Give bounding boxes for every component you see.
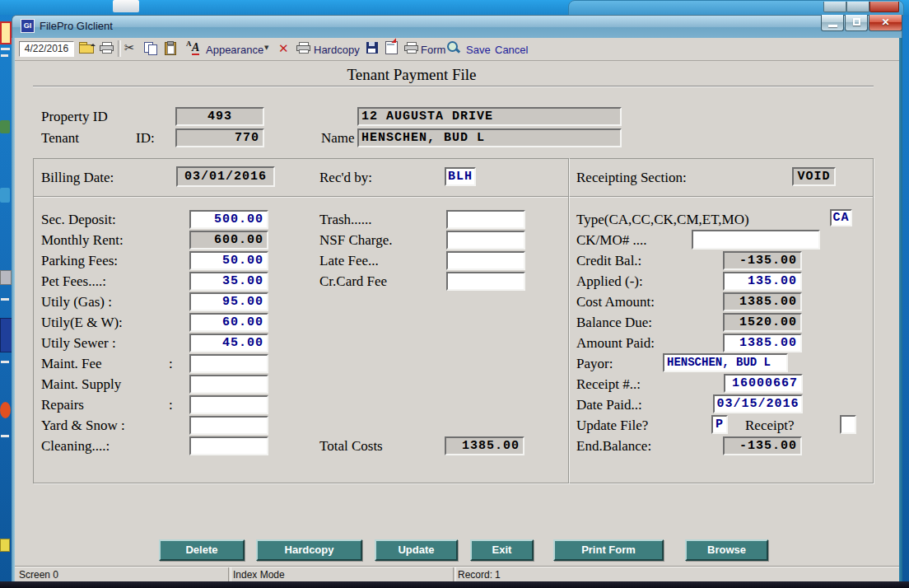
form-button[interactable]: Form — [421, 42, 445, 58]
hardcopy-button-bottom[interactable]: Hardcopy — [256, 539, 362, 561]
desktop-icon-blob — [0, 120, 10, 133]
update-button[interactable]: Update — [375, 539, 458, 561]
appearance-menu[interactable]: Appearance — [206, 42, 263, 58]
parking-fees-field[interactable]: 50.00 — [189, 251, 268, 270]
receipt-question-label: Receipt? — [745, 416, 794, 435]
desktop-icon-blob — [0, 270, 12, 285]
amount-paid-label: Amount Paid: — [576, 334, 655, 352]
desktop-icon-blob — [0, 318, 12, 352]
payment-type-label: Type(CA,CC,CK,CM,ET,MO) — [576, 210, 749, 229]
window-titlebar[interactable] — [12, 15, 902, 39]
utility-sewer-label: Utily Sewer : — [41, 334, 116, 352]
background-minimize-button — [823, 2, 846, 12]
pet-fees-field[interactable]: 35.00 — [189, 272, 268, 291]
open-folder-icon[interactable] — [79, 41, 95, 54]
maximize-icon — [853, 18, 860, 26]
cr-card-fee-field[interactable] — [446, 272, 525, 291]
sec-deposit-field[interactable]: 500.00 — [189, 210, 268, 229]
browse-button[interactable]: Browse — [685, 539, 768, 561]
tenant-name-field[interactable]: HENSCHEN, BUD L — [357, 128, 622, 147]
maint-fee-field[interactable] — [189, 354, 268, 373]
hardcopy-print-icon[interactable] — [296, 42, 310, 54]
print-icon[interactable] — [100, 42, 114, 54]
app-icon[interactable]: GI — [21, 19, 35, 33]
recd-by-field[interactable]: BLH — [445, 167, 476, 186]
property-address-field[interactable]: 12 AUGUSTA DRIVE — [357, 107, 622, 126]
maint-supply-label: Maint. Supply — [41, 375, 121, 394]
status-record-value: 1 — [495, 568, 501, 582]
late-fee-field[interactable] — [446, 251, 525, 270]
repairs-colon: : — [169, 395, 173, 414]
date-paid-field[interactable]: 03/15/2016 — [713, 394, 803, 413]
update-file-label: Update File? — [576, 416, 648, 435]
monthly-rent-field[interactable]: 600.00 — [189, 231, 268, 250]
trash-field[interactable] — [446, 210, 525, 229]
cleaning-field[interactable] — [189, 436, 268, 455]
yard-snow-field[interactable] — [189, 416, 268, 435]
form-print-icon[interactable] — [404, 42, 418, 54]
repairs-field[interactable] — [189, 395, 268, 414]
maximize-button[interactable] — [845, 15, 868, 31]
receipt-number-label: Receipt #..: — [576, 375, 641, 394]
close-button[interactable]: ✕ — [869, 15, 902, 31]
billing-date-label: Billing Date: — [41, 168, 114, 187]
maint-supply-field[interactable] — [189, 375, 268, 394]
font-appearance-icon[interactable]: A — [186, 40, 192, 48]
magnifier-icon[interactable] — [447, 41, 460, 54]
screen: GI FilePro GIclient ✕ 4/22/2016 ✂ A A Ap… — [0, 0, 909, 588]
title-divider — [33, 86, 874, 86]
save-icon[interactable] — [366, 42, 378, 54]
window-title: FilePro GIclient — [40, 20, 113, 32]
tenant-id-label: ID: — [136, 128, 155, 147]
utility-ew-field[interactable]: 60.00 — [189, 313, 268, 332]
update-file-field[interactable]: P — [711, 415, 728, 434]
desktop-icon-blob — [0, 21, 12, 44]
delete-record-icon[interactable]: ✕ — [278, 41, 289, 56]
cancel-button[interactable]: Cancel — [495, 42, 528, 58]
toolbar-separator — [118, 40, 121, 57]
property-id-field[interactable]: 493 — [175, 107, 264, 126]
exit-button[interactable]: Exit — [470, 539, 534, 561]
print-form-button[interactable]: Print Form — [553, 539, 664, 561]
utility-sewer-field[interactable]: 45.00 — [189, 334, 268, 352]
billing-date-field[interactable]: 03/01/2016 — [176, 166, 275, 187]
cleaning-label: Cleaning....: — [41, 436, 110, 455]
minimize-button[interactable] — [821, 15, 844, 31]
repairs-label: Repairs — [41, 395, 84, 414]
receipt-number-field[interactable]: 16000667 — [724, 374, 803, 393]
cut-icon[interactable]: ✂ — [124, 40, 135, 55]
receipting-section-label: Receipting Section: — [576, 168, 687, 187]
save-button[interactable]: Save — [466, 42, 491, 58]
desktop-icon-label — [1, 361, 9, 363]
status-separator — [453, 567, 456, 581]
total-costs-field: 1385.00 — [445, 436, 524, 455]
amount-paid-field[interactable]: 1385.00 — [723, 334, 802, 352]
cost-amount-field: 1385.00 — [723, 292, 802, 311]
total-costs-label: Total Costs — [319, 436, 383, 455]
hardcopy-button[interactable]: Hardcopy — [314, 42, 360, 58]
delete-button[interactable]: Delete — [159, 539, 245, 561]
copy-icon[interactable] — [144, 42, 157, 54]
name-label: Name — [321, 128, 355, 147]
applied-field[interactable]: 135.00 — [723, 272, 802, 291]
trash-label: Trash...... — [319, 210, 372, 229]
receipt-question-field[interactable] — [840, 415, 856, 434]
receipting-section-field[interactable]: VOID — [792, 167, 836, 186]
background-close-button — [869, 2, 899, 12]
payment-type-field[interactable]: CA — [830, 209, 852, 226]
payor-field[interactable]: HENSCHEN, BUD L — [663, 353, 788, 372]
minimize-icon — [828, 25, 837, 27]
new-form-icon[interactable] — [385, 41, 398, 54]
tenant-id-field[interactable]: 770 — [175, 128, 264, 147]
font-appearance-icon[interactable]: A — [192, 42, 199, 55]
ck-mo-label: CK/MO# .... — [576, 231, 646, 250]
nsf-charge-label: NSF Charge. — [319, 231, 392, 250]
chevron-down-icon[interactable]: ▼ — [264, 44, 268, 51]
date-field[interactable]: 4/22/2016 — [19, 41, 74, 57]
utility-gas-field[interactable]: 95.00 — [189, 292, 268, 311]
ck-mo-field[interactable] — [692, 230, 820, 250]
yard-snow-label: Yard & Snow : — [41, 416, 125, 435]
paste-icon[interactable] — [165, 41, 176, 54]
status-bar — [15, 567, 899, 581]
nsf-charge-field[interactable] — [446, 231, 525, 250]
